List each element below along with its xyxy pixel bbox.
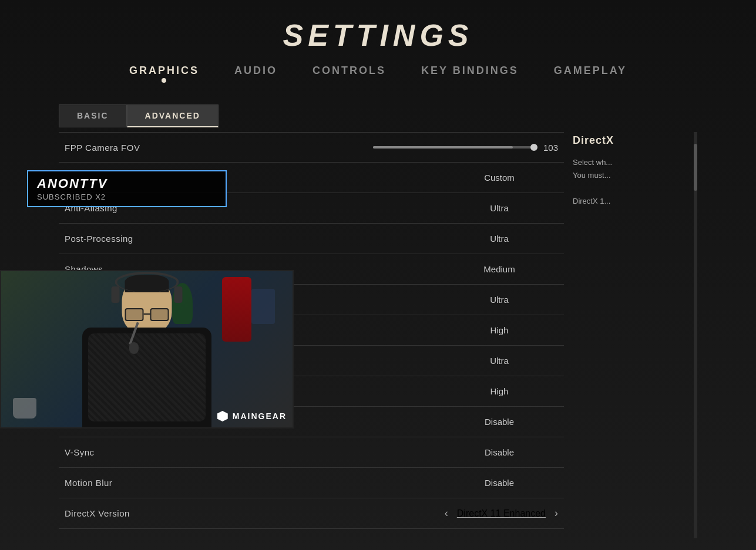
tab-audio[interactable]: AUDIO [234, 65, 277, 82]
right-panel-description: Select wh...You must...DirectX 1... [573, 156, 684, 208]
tab-gameplay[interactable]: GAMEPLAY [554, 65, 627, 82]
setting-value: Ultra [441, 203, 558, 213]
slider-value: 103 [543, 143, 558, 153]
maingear-text: MAINGEAR [233, 411, 287, 421]
webcam-content: MAINGEAR [1, 271, 293, 427]
setting-value: Disable [441, 447, 558, 457]
main-nav: GRAPHICS AUDIO CONTROLS KEY BINDINGS GAM… [0, 65, 756, 82]
tab-controls[interactable]: CONTROLS [313, 65, 386, 82]
person-figure [59, 270, 235, 427]
table-row: DirectX Version ‹ DirectX 11 Enhanced › [59, 498, 564, 529]
slider-fill [373, 146, 513, 149]
setting-value: Ultra [441, 356, 558, 366]
setting-label: Motion Blur [65, 478, 441, 488]
tab-basic[interactable]: BASIC [59, 104, 127, 127]
setting-value: Disable [441, 417, 558, 427]
table-row: FPP Camera FOV 103 [59, 132, 564, 163]
glasses-right [150, 308, 169, 321]
scrollbar-track [694, 132, 697, 538]
setting-value: Ultra [441, 295, 558, 305]
coffee-mug [13, 398, 36, 419]
scrollbar-thumb[interactable] [694, 144, 697, 191]
setting-value: High [441, 386, 558, 396]
headset-left-cup [112, 286, 120, 303]
streamer-name-overlay: ANONTTV SUBSCRIBED X2 [27, 170, 227, 207]
sub-tab-bar: BASIC ADVANCED [59, 104, 219, 127]
tab-graphics[interactable]: GRAPHICS [129, 65, 199, 82]
streamer-username: ANONTTV [37, 176, 217, 191]
webcam-brand-logo: MAINGEAR [217, 411, 287, 421]
glasses-bridge [144, 313, 150, 315]
streamer-subscription: SUBSCRIBED X2 [37, 193, 217, 201]
setting-value-nav: ‹ DirectX 11 Enhanced › [445, 507, 558, 519]
shirt-pattern [88, 333, 206, 421]
right-panel: DirectX Select wh...You must...DirectX 1… [564, 132, 693, 538]
arrow-left-icon[interactable]: ‹ [445, 507, 448, 519]
setting-label: Post-Processing [65, 234, 441, 244]
tab-keybindings[interactable]: KEY BINDINGS [421, 65, 519, 82]
maingear-hexagon-icon [217, 411, 228, 421]
setting-value: Custom [441, 173, 558, 183]
table-row: Motion Blur Disable [59, 468, 564, 498]
table-row: Post-Processing Ultra [59, 224, 564, 254]
setting-value-slider[interactable]: 103 [373, 143, 558, 153]
glasses-left [125, 308, 144, 321]
room-item [251, 289, 275, 324]
microphone-head [129, 342, 139, 354]
table-row: V-Sync Disable [59, 437, 564, 468]
tab-advanced[interactable]: ADVANCED [127, 104, 219, 127]
right-panel-title: DirectX [573, 132, 684, 149]
setting-label: V-Sync [65, 447, 441, 457]
setting-value: Disable [441, 478, 558, 488]
setting-label: DirectX Version [65, 508, 445, 518]
setting-value: High [441, 325, 558, 335]
webcam-overlay: MAINGEAR [0, 270, 294, 428]
arrow-right-icon[interactable]: › [555, 507, 558, 519]
person-body [82, 328, 211, 427]
setting-label: FPP Camera FOV [65, 143, 373, 153]
slider-thumb [530, 144, 537, 151]
page-title: SETTINGS [0, 18, 756, 53]
headset-right-cup [174, 286, 183, 303]
setting-value: Medium [441, 264, 558, 274]
setting-value: Ultra [441, 234, 558, 244]
headset [115, 272, 179, 292]
directx-value: DirectX 11 Enhanced [457, 508, 546, 519]
person-head [122, 278, 172, 333]
slider-track[interactable] [373, 146, 537, 149]
